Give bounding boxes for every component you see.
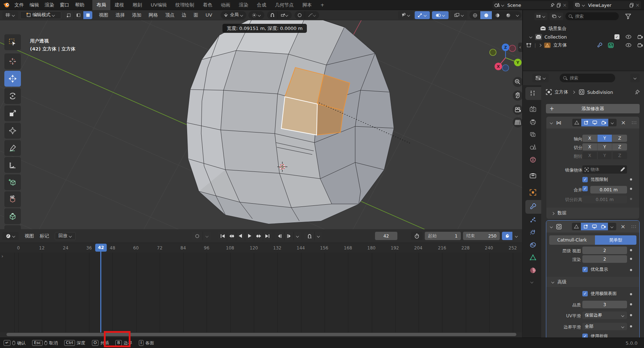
proportional-falloff-selector[interactable]: [305, 11, 319, 19]
breadcrumb-object[interactable]: 立方体: [555, 89, 568, 95]
tab-render[interactable]: [530, 106, 536, 112]
viewport-canvas[interactable]: Z Y X: [0, 20, 522, 229]
outliner-display-mode[interactable]: [534, 13, 547, 20]
decorator-dot[interactable]: [630, 325, 632, 327]
filter-funnel-icon[interactable]: [625, 14, 631, 19]
edit-cage-toggle[interactable]: [572, 223, 581, 230]
modifier-extras-dropdown[interactable]: [608, 119, 617, 126]
workspace-tab-texpaint[interactable]: 纹理绘制: [171, 0, 198, 10]
viewport-menu-item[interactable]: 顶点: [162, 12, 177, 18]
topbar-menu-item[interactable]: 窗口: [57, 2, 72, 8]
show-in-render-toggle[interactable]: [599, 119, 608, 126]
frame-step-dropdown[interactable]: [294, 232, 301, 240]
frame-step-forward-button[interactable]: [284, 232, 294, 240]
topbar-menu-item[interactable]: 文件: [12, 2, 27, 8]
keying-set-dropdown[interactable]: [203, 232, 211, 240]
outliner-search[interactable]: [565, 12, 619, 20]
delete-modifier-button[interactable]: ×: [621, 223, 625, 230]
levels-viewport-field[interactable]: 2: [582, 247, 627, 254]
decorator-dot[interactable]: [630, 178, 632, 180]
decorator-dot[interactable]: [630, 303, 632, 305]
advanced-subpanel-header[interactable]: 高级: [546, 277, 639, 287]
copy-icon[interactable]: [629, 3, 634, 8]
modifier-wrench-icon[interactable]: [597, 43, 603, 48]
gizmo-visibility-button[interactable]: [398, 11, 413, 19]
timeline-playback-menu[interactable]: 回放: [55, 232, 76, 240]
tool-rotate[interactable]: [4, 88, 21, 104]
mesh-data-icon[interactable]: [608, 43, 614, 48]
xray-toggle[interactable]: [451, 11, 467, 19]
playback-sync-dropdown[interactable]: [512, 232, 521, 240]
quality-field[interactable]: 3: [582, 301, 627, 308]
expand-chevron-icon[interactable]: [550, 226, 553, 228]
car-mesh[interactable]: [187, 20, 394, 224]
timeline-ruler[interactable]: 0 12 24 36 48 60 72 84 96 108 120 132 14…: [0, 243, 522, 253]
mirror-object-field[interactable]: 物体: [582, 165, 627, 174]
properties-options-button[interactable]: [630, 74, 640, 82]
gizmo-axis-neg-x[interactable]: [509, 45, 516, 52]
flip-y-button[interactable]: Y: [597, 152, 613, 159]
topbar-menu-item[interactable]: 帮助: [72, 2, 87, 8]
tool-transform[interactable]: [4, 123, 21, 139]
add-workspace-button[interactable]: +: [316, 0, 328, 10]
tab-object-data[interactable]: [530, 255, 536, 260]
outliner-row-cube[interactable]: | 立方体: [526, 41, 644, 49]
merge-checkbox[interactable]: ✓: [582, 186, 588, 191]
uv-smooth-dropdown[interactable]: 保留边界: [582, 312, 627, 319]
hide-eye-icon[interactable]: [626, 35, 631, 39]
limit-surface-checkbox[interactable]: ✓: [582, 291, 588, 296]
boundary-smooth-dropdown[interactable]: 全部: [582, 323, 627, 330]
select-mode-edge[interactable]: [74, 11, 83, 19]
mirror-modifier-header[interactable]: ⋈ ×: [546, 117, 639, 129]
decorator-dot[interactable]: [630, 258, 632, 260]
show-gizmos-toggle[interactable]: [415, 11, 430, 19]
render-camera-icon[interactable]: [638, 35, 643, 39]
workspace-tab-shading[interactable]: 着色: [198, 0, 216, 10]
axis-x-button[interactable]: X: [582, 135, 597, 142]
play-reverse-button[interactable]: [236, 232, 245, 240]
levels-render-field[interactable]: 2: [582, 255, 627, 263]
close-icon[interactable]: ×: [563, 2, 567, 8]
show-overlays-toggle[interactable]: [432, 11, 449, 19]
shading-material-button[interactable]: [492, 11, 503, 19]
timeline-menu-item[interactable]: 视图: [22, 233, 37, 239]
workspace-tab-modeling[interactable]: 建模: [110, 0, 128, 10]
decorator-dot[interactable]: [630, 188, 632, 190]
decorator-dot[interactable]: [630, 249, 632, 251]
subdivision-modifier-header[interactable]: ×: [546, 221, 639, 232]
expand-chevron-icon[interactable]: [539, 44, 541, 47]
tool-cursor[interactable]: [4, 53, 21, 69]
play-button[interactable]: [245, 232, 254, 240]
tab-tool[interactable]: [530, 90, 536, 96]
use-preview-range-button[interactable]: [411, 232, 423, 240]
blender-logo-icon[interactable]: [3, 2, 10, 8]
pin-icon[interactable]: [635, 90, 640, 95]
tool-measure[interactable]: [4, 157, 21, 173]
tool-shear[interactable]: [4, 191, 21, 207]
decorator-dot[interactable]: [630, 293, 632, 295]
outliner-search-input[interactable]: [575, 14, 616, 19]
show-in-render-toggle[interactable]: [599, 223, 608, 230]
decorator-dot[interactable]: [630, 198, 632, 200]
delete-modifier-button[interactable]: ×: [621, 119, 626, 126]
topbar-menu-item[interactable]: 编辑: [27, 2, 42, 8]
tab-physics[interactable]: [530, 229, 536, 236]
next-keyframe-button[interactable]: [254, 232, 263, 240]
breadcrumb-modifier[interactable]: Subdivision: [587, 90, 632, 95]
modifier-extras-dropdown[interactable]: [608, 223, 616, 230]
frame-end-field[interactable]: 结束250: [463, 232, 500, 240]
playback-sync-button[interactable]: [502, 232, 512, 240]
prev-keyframe-button[interactable]: [227, 232, 236, 240]
pin-icon[interactable]: [550, 3, 555, 8]
flip-x-button[interactable]: X: [582, 152, 597, 159]
current-frame-field[interactable]: 42: [375, 232, 397, 240]
optimal-display-checkbox[interactable]: ✓: [582, 267, 588, 272]
bisect-y-button[interactable]: Y: [597, 143, 613, 151]
tab-object[interactable]: [530, 189, 536, 196]
tab-output[interactable]: [530, 119, 536, 125]
playhead-frame-tag[interactable]: 42: [95, 244, 107, 252]
decorator-dot[interactable]: [630, 314, 632, 316]
viewport-menu-item[interactable]: 边: [179, 12, 189, 18]
properties-search[interactable]: [560, 74, 615, 82]
tool-add-cube[interactable]: [4, 174, 21, 190]
